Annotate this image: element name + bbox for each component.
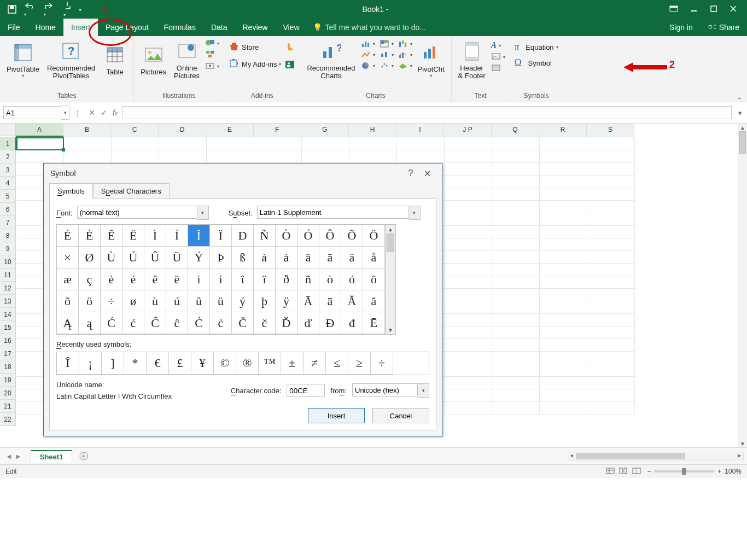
symbol-cell[interactable]: Î (188, 225, 210, 247)
cell[interactable] (492, 250, 540, 264)
cell[interactable] (540, 200, 587, 213)
cell[interactable] (445, 401, 492, 415)
symbol-cell[interactable]: Þ (210, 247, 232, 269)
cell[interactable] (540, 364, 587, 377)
new-sheet-button[interactable] (77, 450, 91, 462)
expand-formula-bar[interactable]: ▾ (736, 109, 744, 117)
touch-mode-icon[interactable]: ▾ (63, 1, 71, 18)
fx-icon[interactable]: fx (113, 108, 118, 117)
column-header[interactable]: S (587, 124, 634, 136)
cell[interactable] (540, 313, 587, 326)
cell[interactable] (540, 213, 587, 226)
cell[interactable] (540, 389, 587, 402)
row-header[interactable]: 6 (0, 203, 16, 216)
cell[interactable] (445, 250, 492, 264)
cell[interactable] (540, 225, 587, 238)
column-header[interactable]: H (349, 124, 396, 136)
symbol-cell[interactable]: ä (341, 247, 363, 269)
object-button[interactable] (491, 64, 505, 73)
row-header[interactable]: 22 (0, 413, 16, 426)
dialog-tab-special[interactable]: Special Characters (93, 183, 170, 199)
row-header[interactable]: 10 (0, 255, 16, 269)
cell[interactable] (445, 162, 492, 176)
recent-symbol-cell[interactable]: ≤ (326, 352, 348, 375)
symbol-cell[interactable]: å (363, 247, 385, 269)
symbol-cell[interactable]: ñ (297, 269, 319, 290)
cell[interactable] (492, 238, 540, 251)
cell[interactable] (587, 225, 635, 238)
formula-input[interactable] (122, 106, 732, 119)
zoom-level[interactable]: 100% (725, 468, 742, 475)
from-combo-dropdown[interactable]: ▾ (418, 383, 429, 398)
symbol-cell[interactable]: ô (363, 269, 385, 290)
symbol-cell[interactable]: ą (79, 312, 101, 334)
row-header[interactable]: 11 (0, 269, 16, 282)
cell[interactable] (207, 137, 254, 150)
tab-insert[interactable]: Insert (63, 19, 98, 36)
name-box[interactable] (3, 106, 61, 119)
symbol-cell[interactable]: Ċ (188, 312, 210, 334)
cell[interactable] (540, 301, 587, 314)
screenshot-button[interactable]: ▾ (205, 61, 219, 72)
cell[interactable] (492, 213, 540, 226)
row-header[interactable]: 3 (0, 164, 16, 177)
symbol-cell[interactable]: Ò (276, 225, 297, 247)
cell[interactable] (540, 339, 587, 352)
waterfall-chart-button[interactable]: ▾ (398, 39, 412, 48)
cell[interactable] (587, 313, 635, 326)
cell[interactable] (492, 288, 540, 301)
scroll-up-icon[interactable]: ▲ (738, 124, 747, 131)
row-header[interactable]: 20 (0, 387, 16, 400)
symbol-button[interactable]: Ω Symbol (515, 57, 558, 69)
symbol-cell[interactable]: ù (144, 290, 166, 312)
sign-in-button[interactable]: Sign in (662, 19, 701, 36)
cell[interactable] (492, 301, 540, 314)
symbol-cell[interactable]: ö (79, 290, 101, 312)
cell[interactable] (112, 150, 159, 163)
name-box-dropdown[interactable]: ▾ (61, 106, 69, 120)
cell[interactable] (587, 401, 635, 415)
symbol-cell[interactable]: Ą (57, 312, 79, 334)
symbol-cell[interactable]: Ï (210, 225, 232, 247)
cell[interactable] (445, 188, 492, 201)
symbol-cell[interactable]: þ (254, 290, 276, 312)
cell[interactable] (587, 276, 635, 289)
cell[interactable] (492, 175, 540, 188)
cell[interactable] (587, 389, 635, 402)
cell[interactable] (445, 339, 492, 352)
symbol-cell[interactable]: ā (319, 290, 341, 312)
symbol-cell[interactable]: È (57, 225, 79, 247)
page-layout-view-icon[interactable] (618, 467, 628, 476)
cell[interactable] (207, 150, 254, 163)
cell[interactable] (587, 137, 635, 150)
redo-icon[interactable]: ▾ (44, 2, 56, 18)
tab-view[interactable]: View (275, 19, 307, 36)
recent-symbol-cell[interactable]: ™ (259, 352, 281, 375)
cell[interactable] (540, 326, 587, 339)
cell[interactable] (492, 401, 540, 415)
cell[interactable] (64, 150, 112, 163)
cell[interactable] (302, 137, 349, 150)
wordart-button[interactable]: A▾ (491, 40, 505, 50)
recent-symbol-cell[interactable]: ¡ (79, 352, 102, 375)
insert-button[interactable]: Insert (308, 408, 365, 423)
column-header[interactable]: C (111, 124, 159, 136)
cell[interactable] (445, 175, 492, 188)
myaddins-button[interactable]: My Add-ins ▾ (229, 59, 281, 70)
cell[interactable] (540, 276, 587, 289)
cell[interactable] (540, 250, 587, 264)
cancel-button[interactable]: Cancel (372, 408, 429, 423)
cell[interactable] (397, 150, 445, 163)
symbol-grid[interactable]: ÈÉÊËÌÍÎÏÐÑÒÓÔÕÖ×ØÙÚÛÜÝÞßàáâãäåæçèéêëìíîï… (56, 224, 386, 335)
recent-symbol-cell[interactable]: ® (236, 352, 259, 375)
symbol-cell[interactable]: ÿ (276, 290, 297, 312)
symbol-cell[interactable]: Ď (276, 312, 297, 334)
row-header[interactable]: 19 (0, 374, 16, 387)
symbol-cell[interactable]: Ā (297, 290, 319, 312)
cell[interactable] (349, 137, 397, 150)
row-header[interactable]: 17 (0, 347, 16, 360)
symbol-cell[interactable]: è (101, 269, 122, 290)
cell[interactable] (254, 137, 302, 150)
zoom-out-button[interactable]: − (647, 468, 651, 475)
symbol-cell[interactable]: Č (232, 312, 254, 334)
